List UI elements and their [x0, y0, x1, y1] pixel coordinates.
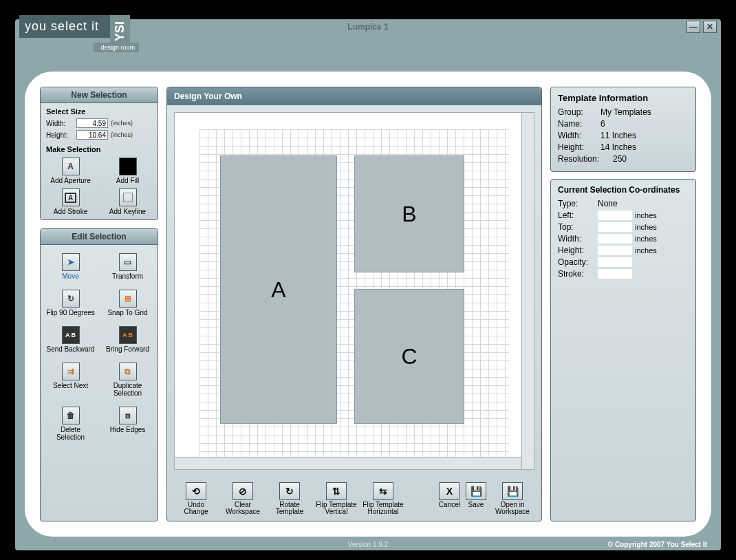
add-fill-button[interactable]: Add Fill: [103, 158, 152, 184]
height-unit: (inches): [111, 131, 133, 138]
right-column: Template Information Group:My Templates …: [550, 87, 696, 521]
open-workspace-button[interactable]: 💾Open in Workspace: [492, 482, 533, 515]
center-column: Design Your Own A B C ⟲Undo Change ⊘Clea…: [166, 87, 542, 521]
logo-text: you select it: [19, 15, 110, 38]
select-next-button[interactable]: ⇉ Select Next: [46, 363, 95, 397]
stroke-icon: A: [62, 189, 80, 206]
width-input[interactable]: [76, 118, 108, 128]
app-window: Lumpics 1 — ✕ you select itYSI design ro…: [15, 19, 721, 550]
add-aperture-button[interactable]: A Add Aperture: [46, 158, 95, 184]
coord-type: None: [598, 199, 618, 208]
open-ws-icon: 💾: [502, 482, 523, 500]
duplicate-icon: ⧉: [119, 363, 137, 380]
flip-vertical-button[interactable]: ⇅Flip Template Vertical: [316, 482, 357, 515]
template-info-title: Template Information: [558, 93, 689, 103]
coord-height: [598, 246, 632, 255]
edit-selection-header: Edit Selection: [41, 229, 158, 245]
aperture-icon: A: [62, 158, 80, 175]
hide-edges-button[interactable]: ⧈ Hide Edges: [103, 407, 152, 441]
flip-horizontal-button[interactable]: ⇆Flip Template Horizontal: [362, 482, 404, 515]
left-column: New Selection Select Size Width: (inches…: [40, 87, 158, 521]
close-button[interactable]: ✕: [703, 21, 717, 33]
scrollbar-vertical[interactable]: [521, 113, 534, 469]
width-label: Width:: [46, 120, 74, 127]
shape-c[interactable]: C: [354, 289, 464, 424]
select-size-label: Select Size: [46, 107, 152, 116]
rotate-template-button[interactable]: ↻Rotate Template: [269, 482, 310, 515]
move-icon: ➤: [62, 253, 80, 271]
move-button[interactable]: ➤ Move: [46, 253, 95, 280]
scrollbar-horizontal[interactable]: [175, 457, 521, 469]
duplicate-selection-button[interactable]: ⧉ Duplicate Selection: [103, 363, 152, 397]
clear-workspace-button[interactable]: ⊘Clear Workspace: [222, 482, 263, 515]
logo-badge: YSI: [110, 15, 130, 43]
height-label: Height:: [46, 131, 74, 139]
window-title: Lumpics 1: [347, 22, 388, 32]
height-input[interactable]: [76, 130, 108, 140]
add-stroke-button[interactable]: A Add Stroke: [46, 189, 95, 215]
delete-selection-button[interactable]: 🗑 Delete Selection: [46, 407, 95, 441]
footer: Version 1.9.2 © Copyright 2007 You Selec…: [15, 538, 721, 550]
minimize-button[interactable]: —: [686, 21, 700, 33]
select-next-icon: ⇉: [62, 363, 80, 380]
save-icon: 💾: [466, 482, 486, 500]
edit-selection-panel: Edit Selection ➤ Move ▭ Transform ↻: [40, 228, 158, 521]
logo: you select itYSI design room: [19, 15, 139, 52]
version-label: Version 1.9.2: [348, 541, 388, 548]
coord-width: [598, 234, 632, 244]
coord-top: [598, 222, 632, 232]
grid-icon: ⊞: [119, 290, 137, 308]
template-height: 14 Inches: [600, 142, 636, 152]
template-info-panel: Template Information Group:My Templates …: [550, 87, 696, 172]
template-name: 6: [600, 119, 605, 129]
snap-grid-button[interactable]: ⊞ Snap To Grid: [103, 290, 152, 316]
hide-edges-icon: ⧈: [119, 407, 137, 424]
flip-v-icon: ⇅: [326, 482, 347, 500]
undo-icon: ⟲: [186, 482, 206, 500]
cancel-button[interactable]: XCancel: [439, 482, 460, 508]
coord-stroke: [598, 269, 632, 279]
rotate-template-icon: ↻: [279, 482, 300, 500]
design-grid: A B C: [199, 129, 509, 460]
bring-forward-button[interactable]: A B Bring Forward: [103, 326, 152, 353]
new-selection-panel: New Selection Select Size Width: (inches…: [40, 87, 158, 220]
logo-subtitle: design room: [94, 43, 139, 52]
cancel-icon: X: [439, 482, 459, 500]
template-width: 11 Inches: [600, 131, 636, 140]
template-resolution: 250: [613, 154, 627, 164]
new-selection-header: New Selection: [41, 87, 158, 103]
shape-b[interactable]: B: [354, 155, 464, 272]
canvas-area[interactable]: A B C: [174, 112, 534, 470]
copyright-label: © Copyright 2007 You Select It: [608, 541, 707, 548]
send-back-icon: A B: [62, 326, 80, 344]
rotate-icon: ↻: [62, 290, 80, 308]
shape-a[interactable]: A: [220, 155, 337, 424]
send-backward-button[interactable]: A B Send Backward: [46, 326, 95, 353]
make-selection-label: Make Selection: [46, 145, 152, 153]
transform-icon: ▭: [119, 253, 137, 271]
transform-button[interactable]: ▭ Transform: [103, 253, 152, 280]
coords-title: Current Selection Co-ordinates: [558, 185, 689, 195]
template-group: My Templates: [600, 107, 651, 117]
content: New Selection Select Size Width: (inches…: [25, 72, 711, 537]
bottom-toolbar: ⟲Undo Change ⊘Clear Workspace ↻Rotate Te…: [167, 477, 541, 521]
flip-h-icon: ⇆: [373, 482, 393, 500]
keyline-icon: [119, 189, 137, 206]
undo-button[interactable]: ⟲Undo Change: [175, 482, 217, 515]
coord-opacity: [598, 257, 632, 267]
coord-left: [598, 211, 632, 220]
fill-icon: [119, 158, 137, 175]
bring-fwd-icon: A B: [119, 326, 137, 344]
add-keyline-button[interactable]: Add Keyline: [103, 189, 152, 215]
flip-90-button[interactable]: ↻ Flip 90 Degrees: [46, 290, 95, 316]
clear-icon: ⊘: [232, 482, 253, 500]
coordinates-panel: Current Selection Co-ordinates Type:None…: [550, 179, 696, 521]
width-unit: (inches): [111, 120, 133, 127]
canvas-header: Design Your Own: [167, 87, 541, 105]
save-button[interactable]: 💾Save: [466, 482, 486, 508]
delete-icon: 🗑: [62, 407, 80, 424]
